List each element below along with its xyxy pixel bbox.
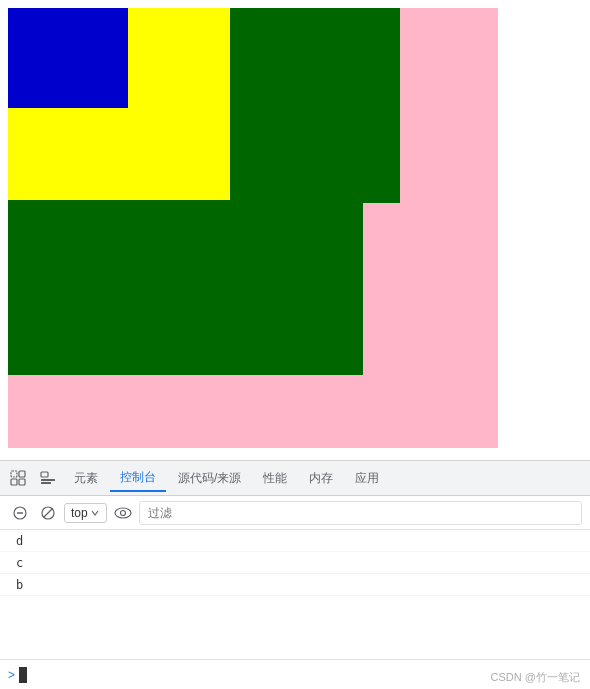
watermark: CSDN @竹一笔记 xyxy=(491,670,580,685)
cursor-blink xyxy=(19,667,27,683)
cursor-icon[interactable] xyxy=(4,464,32,492)
tab-console[interactable]: 控制台 xyxy=(110,465,166,492)
svg-rect-0 xyxy=(11,471,17,477)
svg-rect-5 xyxy=(41,479,55,481)
clear-console-icon[interactable] xyxy=(8,501,32,525)
context-selector[interactable]: top xyxy=(64,503,107,523)
svg-line-10 xyxy=(44,508,53,517)
tab-source[interactable]: 源代码/来源 xyxy=(168,466,251,491)
console-line-d: d xyxy=(0,530,590,552)
svg-point-12 xyxy=(120,510,125,515)
svg-rect-6 xyxy=(41,482,51,484)
eye-icon[interactable] xyxy=(111,501,135,525)
svg-rect-1 xyxy=(19,471,25,477)
inspect-icon[interactable] xyxy=(34,464,62,492)
input-chevron-icon: > xyxy=(8,668,15,682)
blue-block xyxy=(8,8,128,108)
tab-application[interactable]: 应用 xyxy=(345,466,389,491)
console-line-c: c xyxy=(0,552,590,574)
svg-rect-2 xyxy=(11,479,17,485)
svg-rect-4 xyxy=(41,472,48,477)
console-line-b: b xyxy=(0,574,590,596)
svg-rect-3 xyxy=(19,479,25,485)
context-selector-label: top xyxy=(71,506,88,520)
green-bottom-block xyxy=(8,200,363,375)
devtools-panel: 元素 控制台 源代码/来源 性能 内存 应用 top xyxy=(0,460,590,689)
green-top-right-block xyxy=(230,8,400,203)
tab-memory[interactable]: 内存 xyxy=(299,466,343,491)
tab-performance[interactable]: 性能 xyxy=(253,466,297,491)
console-toolbar: top xyxy=(0,496,590,530)
tab-elements[interactable]: 元素 xyxy=(64,466,108,491)
devtools-tabs-bar: 元素 控制台 源代码/来源 性能 内存 应用 xyxy=(0,460,590,496)
block-icon[interactable] xyxy=(36,501,60,525)
filter-input[interactable] xyxy=(139,501,582,525)
canvas-preview xyxy=(0,0,590,460)
svg-point-11 xyxy=(115,508,131,518)
chevron-down-icon xyxy=(90,508,100,518)
console-output: d c b xyxy=(0,530,590,596)
